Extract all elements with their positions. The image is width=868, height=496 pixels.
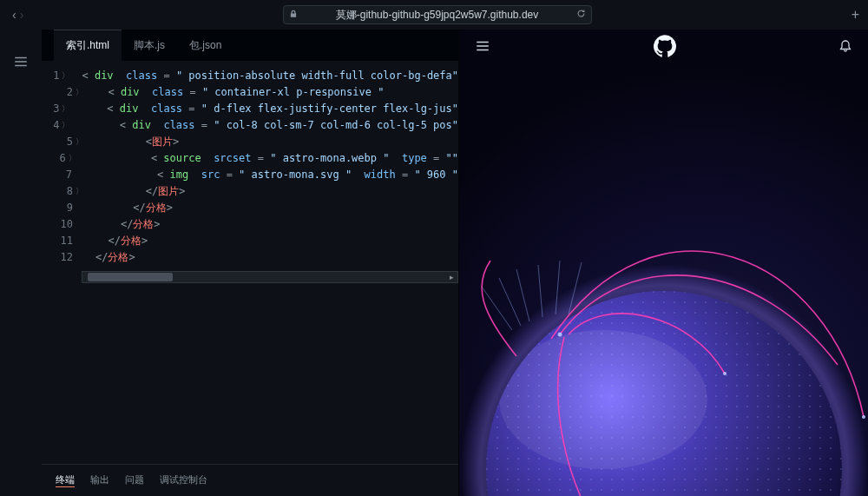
fold-icon[interactable]: 〉 [62,68,69,84]
line-number: 7 [42,167,81,183]
preview-menu-icon[interactable] [475,38,490,56]
menu-icon[interactable] [13,54,29,72]
fold-icon[interactable]: 〉 [76,183,83,200]
code-content: < img src = " astro-mona.svg " width = "… [81,167,458,183]
line-number: 5〉 [42,134,82,150]
svg-point-6 [557,333,562,337]
svg-line-11 [499,278,521,326]
nav-forward-icon: › [20,8,24,22]
fold-icon[interactable]: 〉 [62,101,69,117]
nav-back-icon[interactable]: ‹ [12,8,16,22]
code-content: < div class = " container-xl p-responsiv… [82,84,384,101]
code-line[interactable]: 6〉 < source srcset = " astro-mona.webp "… [42,150,458,167]
scrollbar-right-icon[interactable]: ▸ [445,272,457,282]
svg-point-7 [862,415,865,419]
code-content: </分格> [82,249,135,266]
fold-icon[interactable]: 〉 [62,117,69,134]
globe-illustration [459,235,868,496]
address-bar[interactable]: 莫娜-github-github-g59jpq2w5w7.github.dev [283,5,592,24]
code-line[interactable]: 9 </分格> [42,200,458,216]
preview-pane [459,30,868,496]
scrollbar-thumb[interactable] [88,273,173,281]
line-number: 2〉 [42,84,82,101]
code-line[interactable]: 7 < img src = " astro-mona.svg " width =… [42,167,458,183]
code-content: < div class = " position-absolute width-… [68,68,458,84]
code-line[interactable]: 4〉 < div class = " col-8 col-sm-7 col-md… [42,117,458,134]
line-number: 10 [42,216,82,233]
code-line[interactable]: 11 </分格> [42,233,458,249]
editor-tab[interactable]: 索引.html [54,30,122,61]
editor-tab[interactable]: 包.json [177,30,233,61]
code-content: <图片> [82,134,179,150]
line-number: 9 [42,200,82,216]
new-tab-icon[interactable]: + [852,7,859,23]
line-number: 4〉 [42,117,68,134]
lock-icon [284,9,298,21]
fold-icon[interactable]: 〉 [69,150,76,167]
fold-icon[interactable]: 〉 [76,84,83,101]
code-content: </分格> [82,200,173,216]
line-number: 11 [42,233,82,249]
code-line[interactable]: 3〉 < div class = " d-flex flex-justify-c… [42,101,458,117]
line-number: 6〉 [42,150,75,167]
svg-line-12 [516,269,529,321]
editor-tabs: 索引.html脚本.js包.json [42,30,458,61]
code-content: < source srcset = " astro-mona.webp " ty… [75,150,458,167]
notifications-icon[interactable] [838,39,852,56]
reload-icon[interactable] [576,9,591,21]
editor-tab[interactable]: 脚本.js [122,30,177,61]
github-logo-icon[interactable] [654,35,676,60]
code-line[interactable]: 12</分格> [42,249,458,266]
address-text: 莫娜-github-github-g59jpq2w5w7.github.dev [336,8,538,23]
panel-tab[interactable]: 输出 [90,473,109,487]
code-editor[interactable]: 1〉< div class = " position-absolute widt… [42,61,458,269]
horizontal-scrollbar[interactable]: ▸ [82,271,458,283]
panel-tab[interactable]: 调试控制台 [160,473,207,487]
code-content: < div class = " d-flex flex-justify-cent… [68,101,458,117]
editor-pane: 索引.html脚本.js包.json 1〉< div class = " pos… [42,30,459,496]
svg-point-8 [723,372,727,375]
activity-bar [0,30,42,496]
preview-header [459,30,868,64]
line-number: 3〉 [42,101,68,117]
line-number: 12 [42,249,82,266]
panel-tab[interactable]: 问题 [125,473,144,487]
code-line[interactable]: 8〉 </图片> [42,183,458,200]
panel-tab[interactable]: 终端 [56,473,75,487]
bottom-panel: 终端输出问题调试控制台 [42,464,458,496]
code-line[interactable]: 2〉 < div class = " container-xl p-respon… [42,84,458,101]
code-content: </图片> [82,183,185,200]
code-line[interactable]: 10 </分格> [42,216,458,233]
code-line[interactable]: 1〉< div class = " position-absolute widt… [42,68,458,84]
line-number: 8〉 [42,183,82,200]
code-line[interactable]: 5〉 <图片> [42,134,458,150]
title-bar: ‹ › 莫娜-github-github-g59jpq2w5w7.github.… [0,0,868,30]
nav-arrows: ‹ › [12,8,23,22]
code-content: </分格> [82,233,148,249]
code-content: </分格> [82,216,161,233]
fold-icon[interactable]: 〉 [76,134,83,150]
code-content: < div class = " col-8 col-sm-7 col-md-6 … [68,117,458,134]
line-number: 1〉 [42,68,68,84]
